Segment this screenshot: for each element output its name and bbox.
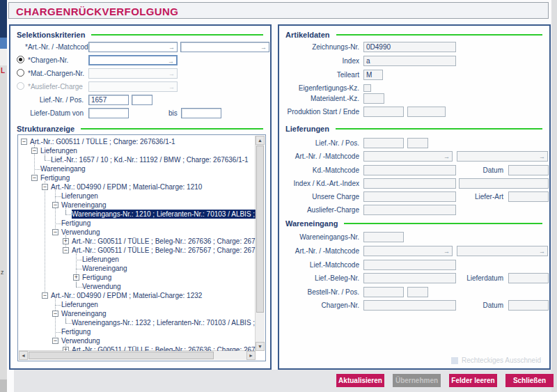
tree-node-label[interactable]: Lief.-Nr.: 1657 / 10 ; Kd.-Nr.: 11192 / … [51, 155, 249, 164]
collapse-icon[interactable]: − [63, 247, 69, 253]
tree-node[interactable]: −Art.-Nr.: 0D4990 / EPDM ; Material-Char… [19, 182, 256, 191]
tree-node[interactable]: +Art.-Nr.: G00511 / TÜLLE ; Beleg-Nr.: 2… [19, 237, 256, 246]
w-artnr-matchcode-label: Art.-Nr. / -Matchcode [279, 247, 359, 255]
collapse-icon[interactable]: − [52, 338, 58, 344]
tree-node-label[interactable]: Verwendung [82, 282, 121, 291]
tree-node[interactable]: −Wareneingang [19, 201, 256, 210]
tree-node-label[interactable]: Art.-Nr.: 0D4990 / EPDM ; Material-Charg… [51, 182, 202, 191]
lookup-arrow-icon: → [444, 247, 450, 256]
collapse-icon[interactable]: − [52, 202, 58, 208]
tree-node[interactable]: Wareneingangs-Nr.: 1232 ; Lieferanten-Nr… [19, 318, 256, 327]
tree-node-label[interactable]: Art.-Nr.: G00511 / TÜLLE ; Beleg-Nr.: 26… [72, 345, 256, 351]
tree-node[interactable]: −Verwendung [19, 228, 256, 237]
button-felder-leeren[interactable]: Felder leeren [449, 374, 497, 387]
tree-node-label[interactable]: Verwendung [61, 228, 100, 237]
tree-node[interactable]: +Fertigung [19, 273, 256, 282]
tree-vertical-scrollbar[interactable]: ▲ ▼ [255, 136, 265, 351]
tree-node-label[interactable]: Fertigung [40, 173, 70, 182]
tree-node[interactable]: Lieferungen [19, 255, 256, 264]
selection-panel: Selektionskriterien *Art.-Nr. / -Matchco… [9, 24, 272, 370]
lief-nr-input[interactable]: 1657 [88, 95, 129, 105]
collapse-icon[interactable]: − [31, 148, 38, 154]
w-lief-matchcode-label: Lief.-Matchcode [279, 261, 359, 269]
tree-node-label[interactable]: Wareneingang [61, 201, 107, 210]
collapse-icon[interactable]: − [52, 229, 58, 235]
collapse-icon[interactable]: − [31, 175, 38, 181]
ausliefer-charge-input: → [88, 81, 178, 92]
vertical-scroll-thumb[interactable] [256, 146, 264, 313]
chargen-nr-radio[interactable] [17, 56, 24, 63]
d-artnr-matchcode-label: Art.-Nr. / -Matchcode [279, 152, 359, 160]
liefer-datum-von-label: Liefer-Datum von [10, 109, 84, 117]
collapse-icon[interactable]: − [42, 184, 48, 190]
chargenrueckverfolgung-dialog: CHARGENRÜCKVERFOLGUNG Selektionskriterie… [7, 0, 551, 392]
tree-node-label[interactable]: Art.-Nr.: 0D4990 / EPDM ; Material-Charg… [51, 291, 202, 300]
structure-tree: −Art.-Nr.: G00511 / TÜLLE ; Charge: 2676… [17, 134, 266, 361]
expand-icon[interactable]: + [63, 347, 69, 351]
zeichnungs-nr-label: Zeichnungs-Nr. [279, 43, 359, 51]
tree-node[interactable]: Verwendung [19, 282, 256, 291]
background-window-sliver: L z [0, 0, 7, 392]
tree-node[interactable]: −Fertigung [19, 173, 256, 182]
tree-node[interactable]: Fertigung [19, 327, 256, 336]
tree-node[interactable]: +Art.-Nr.: G00511 / TÜLLE ; Beleg-Nr.: 2… [19, 345, 256, 351]
horizontal-scroll-thumb[interactable] [29, 352, 214, 359]
tree-node[interactable]: −Wareneingang [19, 309, 256, 318]
liefer-datum-bis-input[interactable] [181, 108, 221, 118]
tree-node-label[interactable]: Art.-Nr.: G00511 / TÜLLE ; Beleg-Nr.: 26… [72, 237, 256, 246]
tree-node[interactable]: Lieferungen [19, 191, 256, 201]
artnr-input[interactable]: → [88, 42, 178, 52]
tree-node[interactable]: −Art.-Nr.: G00511 / TÜLLE ; Charge: 2676… [19, 137, 256, 146]
lief-pos-input[interactable] [132, 95, 152, 105]
tree-node[interactable]: −Art.-Nr.: 0D4990 / EPDM ; Material-Char… [19, 291, 256, 300]
tree-node[interactable]: Wareneingang [19, 264, 256, 273]
w-bestell-nr-pos-label: Bestell-Nr. / Pos. [279, 288, 359, 296]
tree-node-label-selected[interactable]: Wareneingangs-Nr.: 1210 ; Lieferanten-Nr… [72, 210, 256, 219]
tree-node-label[interactable]: Verwendung [61, 336, 100, 345]
tree-node[interactable]: −Art.-Nr.: G00511 / TÜLLE ; Beleg-Nr.: 2… [19, 246, 256, 255]
tree-node-label[interactable]: Art.-Nr.: G00511 / TÜLLE ; Charge: 26763… [30, 137, 175, 146]
tree-node-label[interactable]: Lieferungen [61, 191, 98, 201]
lookup-arrow-icon[interactable]: → [260, 43, 267, 52]
scroll-down-icon[interactable]: ▼ [256, 342, 265, 351]
tree-node-label[interactable]: Wareneingangs-Nr.: 1232 ; Lieferanten-Nr… [72, 318, 256, 327]
collapse-icon[interactable]: − [52, 311, 58, 317]
tree-node[interactable]: Fertigung [19, 219, 256, 228]
tree-node-label[interactable]: Art.-Nr.: G00511 / TÜLLE ; Beleg-Nr.: 26… [72, 246, 256, 255]
collapse-icon[interactable]: − [21, 139, 27, 145]
tree-node-label[interactable]: Lieferungen [82, 255, 119, 264]
scroll-right-icon[interactable]: ► [246, 351, 256, 360]
matchcode-input[interactable]: → [180, 42, 269, 52]
lookup-arrow-icon[interactable]: → [168, 43, 175, 52]
expand-icon[interactable]: + [73, 274, 79, 281]
expand-icon[interactable]: + [63, 238, 69, 244]
lookup-arrow-icon: → [168, 70, 175, 78]
tree-node[interactable]: Wareneingang [19, 164, 256, 173]
tree-node-label[interactable]: Fertigung [61, 219, 91, 228]
tree-node[interactable]: Lief.-Nr.: 1657 / 10 ; Kd.-Nr.: 11192 / … [19, 155, 256, 164]
tree-node-label[interactable]: Wareneingang [82, 264, 127, 273]
tree-node-label[interactable]: Lieferungen [61, 300, 98, 309]
tree-node-label[interactable]: Fertigung [82, 273, 111, 282]
mat-chargen-nr-radio[interactable] [17, 69, 24, 77]
tree-node-label[interactable]: Fertigung [61, 327, 91, 336]
collapse-icon[interactable]: − [42, 292, 48, 299]
tree-node[interactable]: −Lieferungen [19, 146, 256, 155]
liefer-datum-von-input[interactable] [88, 108, 129, 118]
tree-node[interactable]: Wareneingangs-Nr.: 1210 ; Lieferanten-Nr… [19, 210, 256, 219]
tree-node-label[interactable]: Wareneingang [61, 309, 107, 318]
tree-node-label[interactable]: Lieferungen [40, 146, 77, 155]
button-aktualisieren[interactable]: Aktualisieren [336, 374, 384, 387]
tree-node[interactable]: −Verwendung [19, 336, 256, 345]
lookup-arrow-icon: → [444, 152, 450, 161]
lookup-arrow-icon[interactable]: → [168, 57, 174, 65]
scroll-left-icon[interactable]: ◄ [19, 351, 28, 360]
d-datum-label: Datum [453, 166, 503, 174]
tree-horizontal-scrollbar[interactable]: ◄ ► [19, 350, 256, 360]
branch-connector [55, 196, 61, 197]
tree-node-label[interactable]: Wareneingang [40, 164, 86, 173]
chargen-nr-input[interactable]: → [88, 55, 178, 65]
tree-node[interactable]: Lieferungen [19, 300, 256, 309]
button-schließen[interactable]: Schließen [505, 374, 554, 387]
scroll-up-icon[interactable]: ▲ [256, 136, 265, 145]
